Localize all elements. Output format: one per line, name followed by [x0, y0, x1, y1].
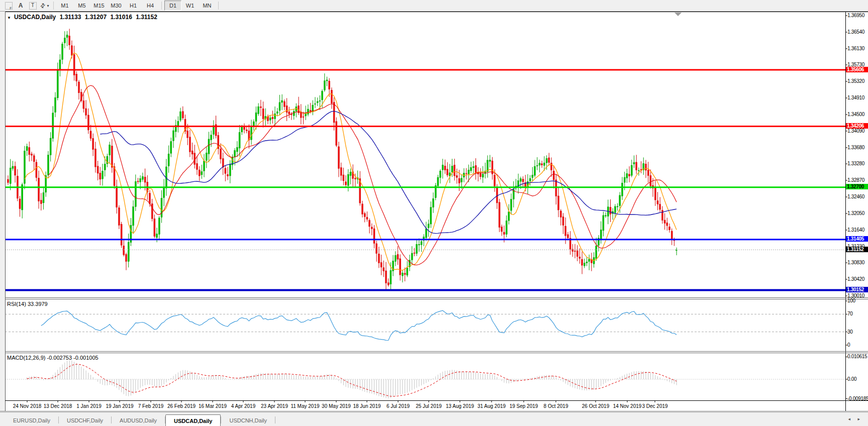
ohlc-close: 1.31152	[136, 14, 157, 21]
toolbar: FAT⇄▾M1M5M15M30H1H4D1W1MN	[0, 0, 868, 12]
sort-arrows-icon[interactable]: ⇄▾	[39, 1, 50, 10]
chart-tab-audusd[interactable]: AUDUSD,Daily	[112, 415, 165, 425]
dropdown-caret-icon: ▾	[47, 4, 49, 8]
toolbar-separator	[161, 2, 162, 10]
timeframe-button-w1[interactable]: W1	[181, 1, 199, 11]
chart-tab-usdcnh[interactable]: USDCNH,Daily	[221, 415, 275, 425]
tab-separator	[275, 416, 275, 423]
macd-signal-value: -0.001005	[73, 355, 99, 361]
chart-tab-usdchf[interactable]: USDCHF,Daily	[59, 415, 111, 425]
rsi-indicator-label: RSI(14) 33.3979	[7, 301, 48, 307]
timeframe-button-m30[interactable]: M30	[108, 1, 125, 11]
text-label-icon[interactable]: T	[27, 1, 38, 10]
chart-tab-eurusd[interactable]: EURUSD,Daily	[5, 415, 58, 425]
symbol-title: USDCAD,Daily	[14, 14, 56, 21]
symbol-dropdown-icon[interactable]: ▼	[7, 16, 11, 20]
ohlc-open: 1.31133	[60, 14, 81, 21]
toolbar-separator	[53, 2, 54, 10]
timeframe-button-h4[interactable]: H4	[142, 1, 159, 11]
tab-scroll-arrows[interactable]: ◂ ▸	[848, 416, 863, 421]
timeframe-button-m15[interactable]: M15	[90, 1, 108, 11]
macd-main-value: -0.002753	[47, 355, 72, 361]
timeframe-button-m5[interactable]: M5	[73, 1, 90, 11]
macd-name: MACD(12,26,9)	[7, 355, 45, 361]
mt4-window: FAT⇄▾M1M5M15M30H1H4D1W1MN 1.369501.36540…	[0, 0, 868, 426]
toolbar-separator	[218, 2, 219, 10]
ohlc-high: 1.31207	[85, 14, 107, 21]
timeframe-button-m1[interactable]: M1	[56, 1, 73, 11]
rsi-value: 33.3979	[28, 301, 48, 307]
timeframe-button-mn[interactable]: MN	[199, 1, 216, 11]
font-grid-icon[interactable]: F	[3, 1, 14, 10]
chart-canvas[interactable]	[0, 0, 868, 426]
rsi-name: RSI(14)	[7, 301, 26, 307]
macd-indicator-label: MACD(12,26,9) -0.002753 -0.001005	[7, 355, 99, 361]
chart-tab-usdcad[interactable]: USDCAD,Daily	[165, 414, 221, 426]
letter-a-icon[interactable]: A	[15, 1, 26, 10]
chart-tab-bar: EURUSD,DailyUSDCHF,DailyAUDUSD,DailyUSDC…	[0, 412, 868, 426]
ohlc-low: 1.31016	[110, 14, 132, 21]
timeframe-button-h1[interactable]: H1	[125, 1, 142, 11]
timeframe-button-d1[interactable]: D1	[164, 1, 181, 11]
symbol-ohlc-header: ▼USDCAD,Daily 1.31133 1.31207 1.31016 1.…	[7, 14, 159, 21]
